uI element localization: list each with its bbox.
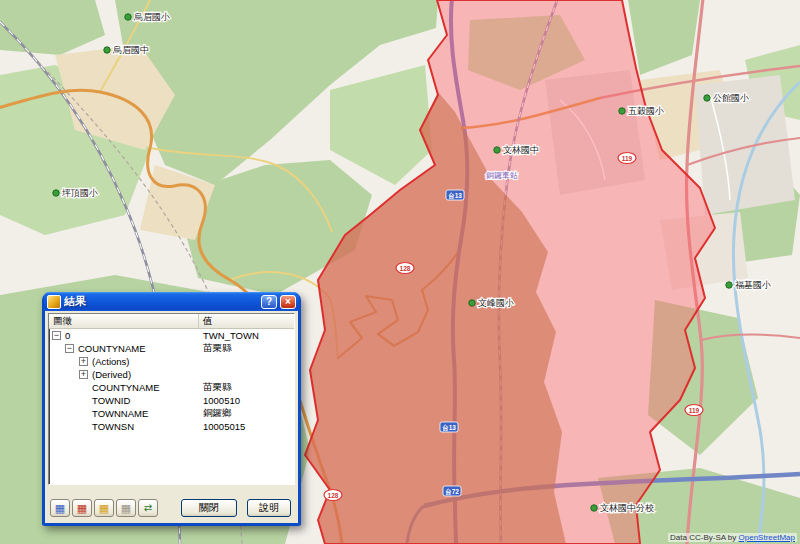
row-value: 苗栗縣 <box>199 342 294 355</box>
map-application-window: 台13 台13 台72 128 128 119 119 <box>0 0 800 544</box>
row-value: 1000510 <box>199 395 294 406</box>
shield-label: 台13 <box>448 192 462 200</box>
map-label-school: 坪頂國小 <box>61 188 98 198</box>
shield-label: 台13 <box>442 424 456 432</box>
toolbar-button-1[interactable]: ▦ <box>50 499 70 517</box>
school-icon <box>104 47 110 53</box>
school-icon <box>53 190 59 196</box>
school-icon <box>494 147 500 153</box>
tree-expander-icon[interactable] <box>65 344 74 353</box>
table-row[interactable]: TOWNNAME 銅鑼鄉 <box>49 407 294 420</box>
disabled-view-icon: ▦ <box>121 503 131 514</box>
dialog-close-icon-button[interactable]: × <box>280 295 296 309</box>
toolbar-button-3[interactable]: ▦ <box>94 499 114 517</box>
map-label-school: 烏眉國中 <box>112 45 149 55</box>
toolbar-button-5[interactable]: ⇄ <box>138 499 158 517</box>
help-button[interactable]: 說明 <box>247 499 291 517</box>
layer-view-icon: ▦ <box>99 503 109 514</box>
tree-expander-icon[interactable] <box>79 370 88 379</box>
dialog-toolbar: ▦ ▦ ▦ ▦ ⇄ 關閉 說明 <box>50 499 293 517</box>
toolbar-button-4[interactable]: ▦ <box>116 499 136 517</box>
results-tree-table: 圖徵 值 0 TWN_TOWN COUNTYNAME 苗栗縣 (Actions) <box>48 313 295 485</box>
school-icon <box>469 300 475 306</box>
school-icon <box>125 14 131 20</box>
map-label-school: 文林國中分校 <box>600 503 654 513</box>
row-label: (Actions) <box>92 356 129 367</box>
tree-expander-icon[interactable] <box>52 331 61 340</box>
row-value: 銅鑼鄉 <box>199 407 294 420</box>
dialog-help-button[interactable]: ? <box>261 295 277 309</box>
map-label-school: 文峰國小 <box>478 298 514 308</box>
results-dialog: 結果 ? × 圖徵 值 0 TWN_TOWN COUNTYNAME 苗栗縣 ( <box>42 293 301 526</box>
dialog-title: 結果 <box>64 294 258 309</box>
map-label-station: 銅鑼車站 <box>486 171 518 180</box>
shield-label: 128 <box>328 492 339 499</box>
row-value: 苗栗縣 <box>199 381 294 394</box>
map-label-school: 文林國中 <box>503 145 539 155</box>
row-label: TOWNNAME <box>92 408 148 419</box>
row-label: TOWNSN <box>92 421 134 432</box>
row-label: COUNTYNAME <box>78 343 146 354</box>
school-icon <box>619 108 625 114</box>
row-label: COUNTYNAME <box>92 382 160 393</box>
table-row[interactable]: (Derived) <box>49 368 294 381</box>
shield-label: 119 <box>689 407 700 414</box>
arrows-icon: ⇄ <box>144 503 152 513</box>
school-icon <box>704 95 710 101</box>
table-row[interactable]: (Actions) <box>49 355 294 368</box>
close-button[interactable]: 關閉 <box>181 499 237 517</box>
attribution-text: Data CC-By-SA by <box>670 533 738 542</box>
openstreetmap-link[interactable]: OpenStreetMap <box>739 533 795 542</box>
school-icon <box>726 282 732 288</box>
map-label-school: 福基國小 <box>735 280 771 290</box>
column-header-feature[interactable]: 圖徵 <box>49 314 199 328</box>
row-label: TOWNID <box>92 395 130 406</box>
map-attribution: Data CC-By-SA by OpenStreetMap <box>668 533 797 542</box>
shield-label: 台72 <box>445 488 459 496</box>
dialog-body: 圖徵 值 0 TWN_TOWN COUNTYNAME 苗栗縣 (Actions) <box>45 311 298 522</box>
table-header-row: 圖徵 值 <box>49 314 294 329</box>
table-row[interactable]: COUNTYNAME 苗栗縣 <box>49 381 294 394</box>
row-label: (Derived) <box>92 369 131 380</box>
shield-label: 119 <box>622 155 633 162</box>
shield-label: 128 <box>400 265 411 272</box>
table-row[interactable]: TOWNID 1000510 <box>49 394 294 407</box>
row-label: 0 <box>65 330 70 341</box>
row-value: TWN_TOWN <box>199 330 294 341</box>
results-dialog-titlebar[interactable]: 結果 ? × <box>44 292 299 311</box>
table-row[interactable]: 0 TWN_TOWN <box>49 329 294 342</box>
results-window-icon <box>47 295 61 309</box>
form-view-icon: ▦ <box>55 503 65 514</box>
toolbar-button-2[interactable]: ▦ <box>72 499 92 517</box>
map-label-school: 公館國小 <box>713 93 749 103</box>
school-icon <box>591 505 597 511</box>
map-label-school: 五穀國小 <box>628 106 664 116</box>
map-label-school: 烏眉國小 <box>133 12 170 22</box>
table-row[interactable]: TOWNSN 10005015 <box>49 420 294 433</box>
column-header-value[interactable]: 值 <box>199 314 294 328</box>
table-view-icon: ▦ <box>77 503 87 514</box>
table-row[interactable]: COUNTYNAME 苗栗縣 <box>49 342 294 355</box>
row-value: 10005015 <box>199 421 294 432</box>
tree-expander-icon[interactable] <box>79 357 88 366</box>
